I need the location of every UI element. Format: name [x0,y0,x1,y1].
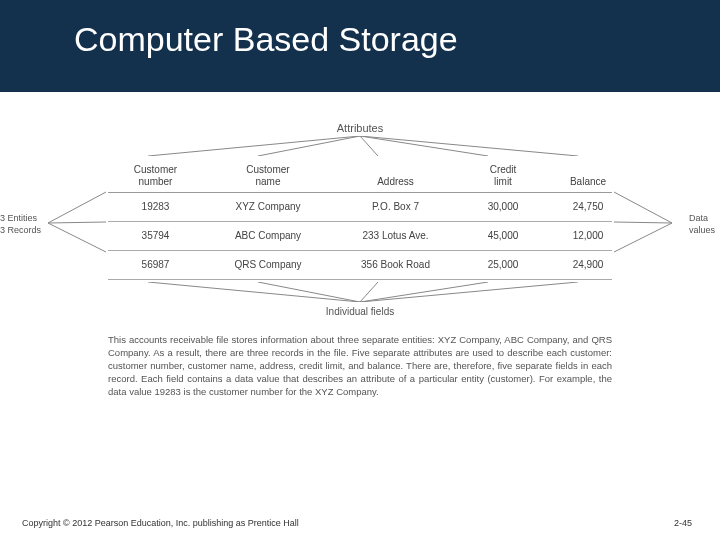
svg-line-5 [148,282,360,302]
col-header-balance: Balance [553,176,623,188]
fan-bottom-icon [108,282,612,302]
col-header-customer-number: Customernumber [108,164,203,188]
svg-line-12 [48,223,106,252]
cell: P.O. Box 7 [338,201,453,212]
attributes-label: Attributes [60,122,660,134]
svg-line-1 [258,136,360,156]
svg-line-14 [614,222,672,223]
individual-fields-label: Individual fields [60,306,660,317]
entities-annotation: 3 Entities3 Records [0,212,41,236]
col-header-address: Address [338,176,453,188]
svg-line-15 [614,223,672,252]
cell: XYZ Company [213,201,323,212]
cell: 356 Book Road [338,259,453,270]
page-number: 2-45 [674,518,692,528]
cell: 30,000 [468,201,538,212]
cell: 45,000 [468,230,538,241]
table-row: 19283 XYZ Company P.O. Box 7 30,000 24,7… [108,193,612,222]
slide-title: Computer Based Storage [74,20,458,59]
svg-line-11 [48,222,106,223]
svg-line-6 [258,282,360,302]
cell: QRS Company [213,259,323,270]
cell: 12,000 [553,230,623,241]
svg-line-13 [614,192,672,223]
figure-caption: This accounts receivable file stores inf… [108,333,612,398]
cell: 25,000 [468,259,538,270]
svg-line-7 [360,282,378,302]
col-header-credit-limit: Creditlimit [468,164,538,188]
copyright-text: Copyright © 2012 Pearson Education, Inc.… [22,518,299,528]
svg-line-2 [360,136,378,156]
data-rows: 19283 XYZ Company P.O. Box 7 30,000 24,7… [108,193,612,280]
data-values-annotation: Datavalues [689,212,715,236]
cell: 24,750 [553,201,623,212]
svg-line-0 [148,136,360,156]
cell: 233 Lotus Ave. [338,230,453,241]
cell: 56987 [108,259,203,270]
fan-top-icon [108,136,612,156]
table-row: 56987 QRS Company 356 Book Road 25,000 2… [108,251,612,280]
cell: 35794 [108,230,203,241]
fan-left-icon [48,180,106,266]
cell: ABC Company [213,230,323,241]
figure: Attributes Customernumber Customername A… [60,122,660,398]
table-row: 35794 ABC Company 233 Lotus Ave. 45,000 … [108,222,612,251]
svg-line-10 [48,192,106,223]
cell: 19283 [108,201,203,212]
col-header-customer-name: Customername [213,164,323,188]
cell: 24,900 [553,259,623,270]
title-bar: Computer Based Storage [0,0,720,92]
column-headers: Customernumber Customername Address Cred… [108,158,612,193]
fan-right-icon [614,180,672,266]
